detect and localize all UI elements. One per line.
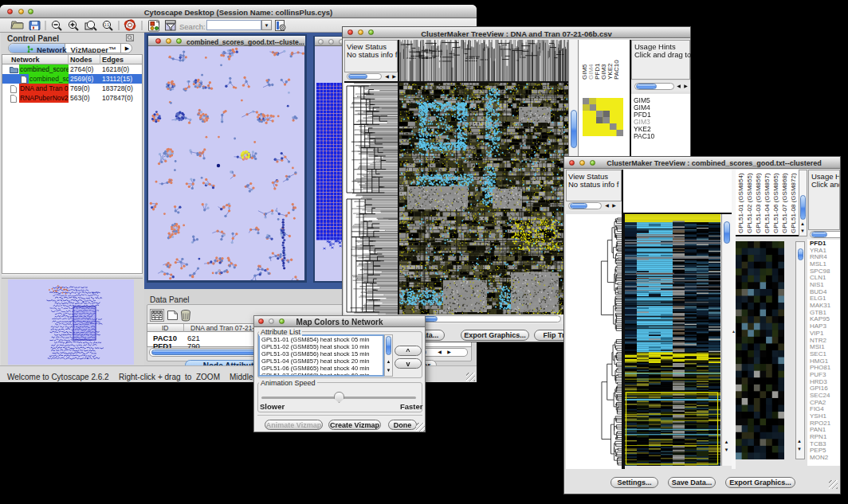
svg-text:1:1: 1:1 — [104, 23, 110, 27]
